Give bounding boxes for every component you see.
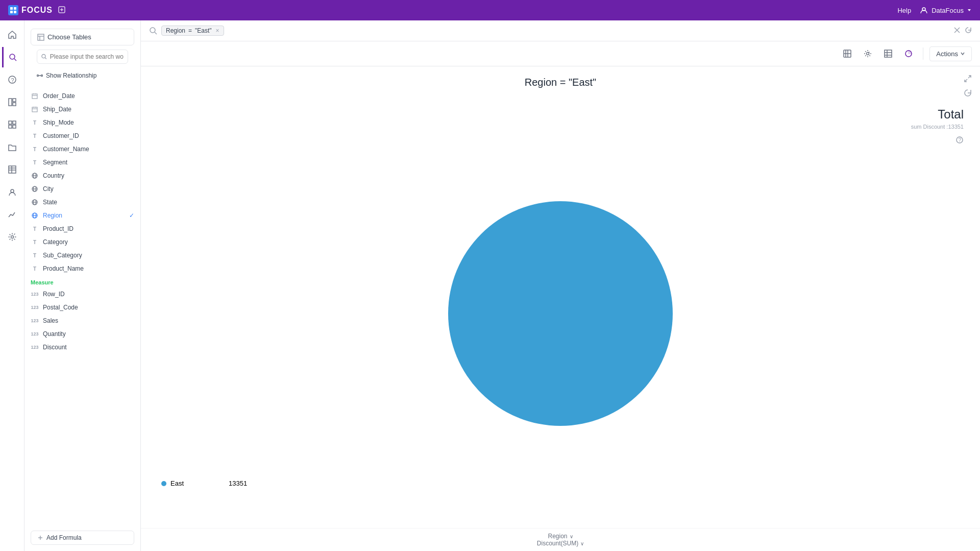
field-label: Region (43, 212, 62, 219)
field-ship-mode[interactable]: T Ship_Mode (24, 116, 140, 129)
svg-point-8 (10, 54, 15, 59)
svg-line-56 (155, 32, 157, 34)
pie-chart-icon[interactable] (900, 45, 917, 62)
actions-button[interactable]: Actions (929, 46, 972, 61)
sidebar: Choose Tables Show Relationship Order_Da… (24, 20, 141, 551)
help-link[interactable]: Help (897, 7, 911, 14)
nav-folder[interactable] (2, 137, 22, 157)
pie-chart (438, 191, 683, 436)
table-icon[interactable] (880, 45, 896, 62)
choose-tables-button[interactable]: Choose Tables (31, 29, 134, 45)
search-refresh-icon[interactable] (965, 27, 972, 35)
number-icon: 123 (31, 330, 39, 338)
sidebar-search-input[interactable] (50, 53, 124, 60)
topbar-right: Help DataFocus (897, 6, 972, 15)
svg-line-9 (14, 59, 16, 61)
chart-view-icon[interactable] (839, 45, 855, 62)
show-relationship-btn[interactable]: Show Relationship (31, 68, 134, 83)
text-icon: T (31, 158, 39, 166)
field-label: Row_ID (43, 291, 65, 298)
svg-rect-19 (9, 166, 16, 173)
settings-icon[interactable] (860, 45, 876, 62)
field-label: Discount (43, 344, 67, 351)
nav-grid[interactable] (2, 114, 22, 135)
text-icon: T (31, 265, 39, 273)
chart-area: Region = "East" Total sum Discount :1335… (141, 66, 980, 551)
svg-rect-14 (13, 103, 16, 106)
text-icon: T (31, 132, 39, 140)
refresh-chart-icon[interactable] (964, 89, 972, 99)
chart-right-tools (964, 75, 972, 99)
search-bar: Region = "East" × (141, 20, 980, 41)
svg-rect-37 (32, 107, 37, 112)
field-category[interactable]: T Category (24, 235, 140, 249)
nav-settings[interactable] (2, 227, 22, 247)
choose-tables-label: Choose Tables (47, 33, 91, 41)
field-label: Postal_Code (43, 304, 78, 311)
svg-rect-64 (885, 50, 892, 57)
text-icon: T (31, 251, 39, 259)
filter-tag[interactable]: Region = "East" × (161, 26, 224, 36)
svg-point-28 (42, 55, 45, 58)
field-segment[interactable]: T Segment (24, 156, 140, 169)
sidebar-search-box[interactable] (37, 50, 128, 64)
svg-point-73 (448, 201, 673, 426)
logo-icon (8, 5, 18, 15)
new-tab-icon[interactable] (58, 6, 66, 15)
svg-rect-3 (14, 11, 16, 13)
field-label: Segment (43, 159, 67, 166)
nav-table[interactable] (2, 159, 22, 180)
field-city[interactable]: City (24, 182, 140, 196)
user-menu[interactable]: DataFocus (919, 6, 972, 15)
add-formula-button[interactable]: Add Formula (31, 531, 134, 545)
svg-rect-18 (13, 125, 16, 128)
field-label: Product_ID (43, 225, 74, 232)
field-product-id[interactable]: T Product_ID (24, 222, 140, 235)
nav-help[interactable]: ? (2, 69, 22, 90)
text-icon: T (31, 225, 39, 233)
calendar-icon (31, 92, 39, 100)
number-icon: 123 (31, 343, 39, 351)
field-discount[interactable]: 123 Discount (24, 341, 140, 354)
nav-search[interactable] (2, 47, 22, 67)
field-product-name[interactable]: T Product_Name (24, 262, 140, 275)
main-content: Region = "East" × Actions (141, 20, 980, 551)
field-row-id[interactable]: 123 Row_ID (24, 288, 140, 301)
expand-icon[interactable] (964, 75, 972, 85)
filter-value: "East" (195, 27, 212, 34)
filter-remove-icon[interactable]: × (216, 27, 219, 34)
field-state[interactable]: State (24, 196, 140, 209)
field-ship-date[interactable]: Ship_Date (24, 103, 140, 116)
nav-chart[interactable] (2, 204, 22, 225)
chart-legend: East 13351 (161, 480, 247, 487)
number-icon: 123 (31, 317, 39, 325)
search-clear-icon[interactable] (953, 27, 961, 35)
nav-user[interactable] (2, 182, 22, 202)
field-postal-code[interactable]: 123 Postal_Code (24, 301, 140, 314)
nav-layout[interactable] (2, 92, 22, 112)
globe-icon-4 (31, 211, 39, 220)
svg-point-30 (37, 75, 39, 77)
pie-chart-container: East 13351 (141, 99, 980, 528)
field-order-date[interactable]: Order_Date (24, 89, 140, 103)
field-label: Order_Date (43, 92, 75, 100)
field-customer-id[interactable]: T Customer_ID (24, 129, 140, 142)
svg-point-63 (867, 53, 869, 55)
field-customer-name[interactable]: T Customer_Name (24, 142, 140, 156)
svg-rect-12 (9, 99, 12, 106)
legend-dot (161, 481, 166, 486)
field-region[interactable]: Region ✓ (24, 209, 140, 222)
app-logo: FOCUS (8, 5, 53, 15)
toolbar: Actions (141, 41, 980, 66)
x-axis-chevron[interactable]: ∨ (570, 534, 573, 539)
field-country[interactable]: Country (24, 169, 140, 182)
globe-icon-3 (31, 198, 39, 206)
globe-icon-2 (31, 185, 39, 193)
nav-home[interactable] (2, 25, 22, 45)
field-sales[interactable]: 123 Sales (24, 314, 140, 327)
measure-section-label: Measure (24, 275, 140, 288)
y-axis-chevron[interactable]: ∨ (580, 541, 584, 546)
field-quantity[interactable]: 123 Quantity (24, 327, 140, 341)
field-sub-category[interactable]: T Sub_Category (24, 249, 140, 262)
chart-footer: Region ∨ Discount(SUM) ∨ (141, 528, 980, 551)
